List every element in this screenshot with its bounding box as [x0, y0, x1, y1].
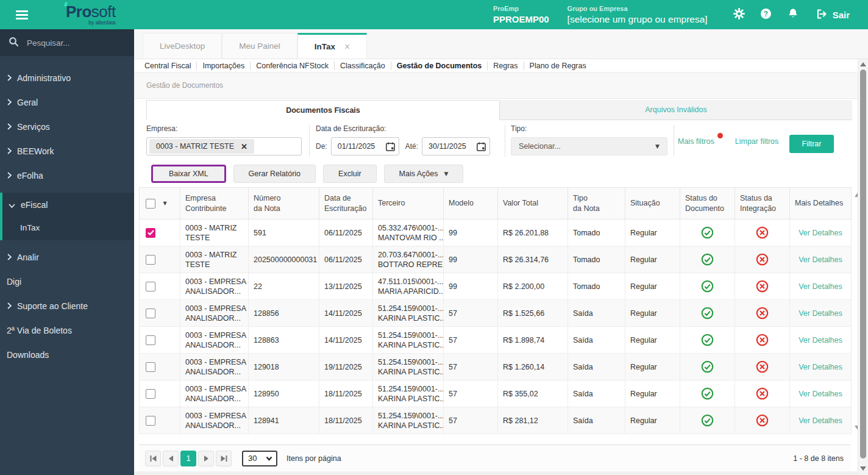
- ver-detalhes-link[interactable]: Ver Detalhes: [799, 229, 842, 237]
- ver-detalhes-link[interactable]: Ver Detalhes: [799, 416, 842, 425]
- baixar-xml-button[interactable]: Baixar XML: [151, 165, 226, 183]
- page-number-button[interactable]: 1: [180, 451, 196, 466]
- ver-detalhes-link[interactable]: Ver Detalhes: [799, 282, 842, 291]
- tipo-select[interactable]: Selecionar... ▼: [511, 137, 667, 155]
- first-page-button[interactable]: [145, 451, 161, 466]
- tab-livedesktop[interactable]: LiveDesktop: [143, 33, 222, 59]
- tab-documentos-fiscais[interactable]: Documentos Fiscais: [146, 100, 500, 120]
- subnav-central-fiscal[interactable]: Central Fiscal: [139, 62, 197, 70]
- column-header[interactable]: Data deEscrituração: [319, 188, 373, 220]
- cell-status-integracao: [735, 354, 790, 380]
- row-checkbox[interactable]: [146, 255, 155, 265]
- divider: [674, 125, 674, 157]
- mais-filtros-link[interactable]: Mais filtros: [678, 137, 714, 146]
- row-checkbox[interactable]: [146, 416, 155, 426]
- group-selector[interactable]: Grupo ou Empresa [selecione um grupo ou …: [567, 5, 708, 25]
- date-to-input[interactable]: 30/11/2025: [422, 137, 490, 155]
- subnav-regras[interactable]: Regras: [488, 62, 524, 70]
- sidebar-item-efolha[interactable]: eFolha: [0, 163, 134, 188]
- tab-meu-painel[interactable]: Meu Painel: [222, 33, 297, 59]
- logo-byline: by alterdata: [66, 20, 116, 26]
- subnav-classificacao[interactable]: Classificação: [335, 62, 391, 70]
- row-checkbox[interactable]: [146, 228, 155, 238]
- column-header[interactable]: Terceiro: [373, 188, 444, 220]
- ver-detalhes-link[interactable]: Ver Detalhes: [799, 390, 842, 398]
- sidebar-item-efiscal[interactable]: eFiscal: [2, 193, 134, 217]
- calendar-icon[interactable]: [385, 141, 396, 152]
- empresa-input[interactable]: 0003 - MATRIZ TESTE ✕: [146, 137, 302, 155]
- gerar-relatorio-button[interactable]: Gerar Relatório: [233, 165, 316, 183]
- next-page-button[interactable]: [198, 451, 214, 466]
- scroll-down-icon[interactable]: [860, 466, 866, 471]
- scrollbar-thumb[interactable]: [860, 70, 866, 459]
- mais-acoes-button[interactable]: Mais Ações ▼: [384, 165, 464, 183]
- status-documento-icon: [701, 389, 714, 398]
- hamburger-menu-button[interactable]: [16, 9, 28, 21]
- sidebar-item-beework[interactable]: BEEWork: [0, 139, 134, 163]
- ver-detalhes-link[interactable]: Ver Detalhes: [799, 336, 842, 345]
- column-header[interactable]: Valor Total: [498, 188, 568, 220]
- row-checkbox[interactable]: [146, 309, 155, 318]
- page-scrollbar[interactable]: [858, 59, 868, 475]
- excluir-button[interactable]: Excluir: [323, 165, 377, 183]
- sidebar-item-suporte[interactable]: Suporte ao Cliente: [0, 294, 134, 318]
- cell-numero: 202500000000031: [249, 246, 319, 273]
- calendar-icon[interactable]: [476, 141, 486, 152]
- bottom-strip: [134, 471, 868, 475]
- column-header[interactable]: Númeroda Nota: [249, 188, 319, 220]
- status-integracao-icon: [756, 255, 769, 263]
- status-integracao-icon: [756, 335, 769, 344]
- scroll-up-icon[interactable]: [860, 62, 866, 66]
- row-checkbox[interactable]: [146, 282, 155, 291]
- column-header[interactable]: Modelo: [444, 188, 498, 220]
- column-header[interactable]: Status doDocumento: [680, 188, 735, 220]
- sidebar-item-segunda-via-boletos[interactable]: 2ª Via de Boletos: [0, 318, 134, 343]
- column-header[interactable]: Situação: [625, 188, 680, 220]
- column-header[interactable]: Tipoda Nota: [568, 188, 625, 220]
- page-size-select[interactable]: 30: [242, 451, 277, 466]
- help-button[interactable]: ?: [753, 8, 780, 22]
- ver-detalhes-link[interactable]: Ver Detalhes: [799, 309, 842, 318]
- row-checkbox[interactable]: [146, 335, 155, 345]
- date-from-input[interactable]: 01/11/2025: [331, 137, 399, 155]
- previous-page-button[interactable]: [163, 451, 179, 466]
- sidebar-item-analir[interactable]: Analir: [0, 245, 134, 270]
- row-checkbox[interactable]: [146, 362, 155, 372]
- group-value: [selecione um grupo ou empresa]: [567, 14, 708, 25]
- tab-intax[interactable]: InTax ×: [297, 33, 368, 59]
- row-checkbox[interactable]: [146, 389, 155, 399]
- sidebar-item-intax[interactable]: InTax: [2, 217, 134, 238]
- last-page-button[interactable]: [216, 451, 232, 466]
- subnav-plano-de-regras[interactable]: Plano de Regras: [524, 62, 592, 70]
- tab-label: LiveDesktop: [160, 41, 205, 51]
- subnav-gestao-de-documentos[interactable]: Gestão de Documentos: [391, 62, 488, 70]
- column-header[interactable]: Status daIntegração: [735, 188, 790, 220]
- sidebar-item-administrativo[interactable]: Administrativo: [0, 66, 134, 90]
- subnav-conferencia-nfstock[interactable]: Conferência NFStock: [251, 62, 335, 70]
- mais-acoes-label: Mais Ações: [399, 170, 438, 178]
- subnav-importacoes[interactable]: Importações: [197, 62, 251, 70]
- chip-remove-icon[interactable]: ✕: [241, 142, 247, 151]
- column-header[interactable]: Mais Detalhes: [790, 188, 852, 220]
- notification-dot: [717, 133, 723, 138]
- sidebar-item-downloads[interactable]: Downloads: [0, 343, 134, 367]
- settings-button[interactable]: [726, 8, 753, 22]
- tab-arquivos-invalidos[interactable]: Arquivos Inválidos: [500, 100, 852, 120]
- sidebar-item-geral[interactable]: Geral: [0, 90, 134, 115]
- limpar-filtros-link[interactable]: Limpar filtros: [735, 137, 779, 146]
- notifications-button[interactable]: [780, 8, 806, 22]
- sidebar-item-servicos[interactable]: Serviços: [0, 115, 134, 139]
- column-header[interactable]: EmpresaContribuinte: [180, 188, 249, 220]
- sidebar-item-digi[interactable]: Digi: [0, 270, 134, 294]
- select-all-checkbox[interactable]: [146, 199, 155, 209]
- ver-detalhes-link[interactable]: Ver Detalhes: [799, 363, 842, 371]
- filtrar-button[interactable]: Filtrar: [789, 135, 834, 153]
- logout-button[interactable]: Sair: [816, 9, 850, 21]
- sidebar-item-label: Administrativo: [17, 73, 71, 83]
- cell-status-integracao: [735, 327, 790, 354]
- close-icon[interactable]: ×: [344, 41, 350, 52]
- cell-empresa: 0003 - EMPRESAANALISADOR...: [180, 300, 249, 327]
- chevron-down-icon[interactable]: ▼: [163, 201, 166, 206]
- search-input[interactable]: [26, 38, 117, 48]
- ver-detalhes-link[interactable]: Ver Detalhes: [799, 255, 842, 264]
